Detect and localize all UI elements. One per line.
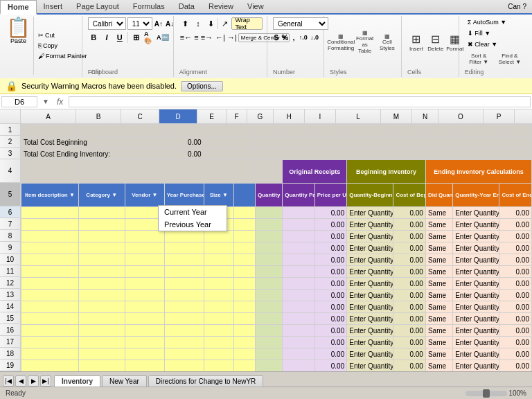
cell-D5[interactable]: Year Purchased ▼: [164, 184, 204, 207]
cell-M3[interactable]: [393, 148, 426, 160]
cell-L5[interactable]: Quantity-Beginning Year ▼: [347, 184, 393, 207]
find-select-button[interactable]: Find & Select ▼: [495, 51, 525, 67]
cell-H3[interactable]: [283, 148, 315, 160]
cell-B4[interactable]: [78, 160, 125, 184]
cell-E18[interactable]: [204, 348, 233, 360]
sheet-tab-directions[interactable]: Directions for Change to NewYR: [148, 375, 264, 387]
cell-P10[interactable]: 0.00: [499, 254, 532, 266]
cell-O1[interactable]: [453, 125, 499, 136]
cell-P8[interactable]: 0.00: [499, 231, 532, 242]
cell-E14[interactable]: [204, 301, 233, 313]
cell-O10[interactable]: Enter Quantity: [453, 254, 499, 266]
cell-H9[interactable]: [283, 242, 315, 254]
cell-O7[interactable]: Enter Quantity: [453, 219, 499, 231]
cell-H2[interactable]: [283, 136, 315, 148]
cell-E10[interactable]: [204, 254, 233, 266]
col-header-A[interactable]: A: [21, 109, 76, 123]
sheet-nav-last[interactable]: ▶|: [40, 375, 51, 387]
cell-A3[interactable]: Total Cost Ending Inventory:: [21, 148, 165, 160]
cell-I1[interactable]: [314, 125, 347, 136]
cell-A9[interactable]: [21, 242, 79, 254]
cell-B1[interactable]: [78, 125, 125, 136]
cell-G4[interactable]: [255, 160, 282, 184]
col-header-O[interactable]: O: [438, 109, 484, 123]
cell-A16[interactable]: [21, 325, 79, 337]
cell-O3[interactable]: [453, 148, 499, 160]
cell-G18[interactable]: [255, 348, 282, 360]
cell-O14[interactable]: Enter Quantity: [453, 301, 499, 313]
cell-A17[interactable]: [21, 337, 79, 348]
cell-F9[interactable]: [233, 242, 255, 254]
dec-increase-button[interactable]: ↑.0: [299, 31, 308, 44]
cell-E2[interactable]: [204, 136, 233, 148]
cell-B9[interactable]: [78, 242, 125, 254]
cell-O18[interactable]: Enter Quantity: [453, 348, 499, 360]
format-as-table-button[interactable]: ▦ Format as Table: [353, 28, 376, 56]
cell-L2[interactable]: [347, 136, 393, 148]
cell-I5[interactable]: Price per Unit ▼: [314, 184, 347, 207]
cell-O11[interactable]: Enter Quantity: [453, 266, 499, 278]
cell-B10[interactable]: [78, 254, 125, 266]
cell-A4[interactable]: [21, 160, 79, 184]
cell-L10[interactable]: Enter Quantity: [347, 254, 393, 266]
cell-G10[interactable]: [255, 254, 282, 266]
cell-D17[interactable]: [164, 337, 204, 348]
cell-A1[interactable]: [21, 125, 79, 136]
cell-H10[interactable]: [283, 254, 315, 266]
options-button[interactable]: Options...: [181, 81, 223, 91]
sheet-nav-first[interactable]: |◀: [3, 375, 14, 387]
format-painter-button[interactable]: 🖌 Format Painter: [35, 51, 90, 61]
cell-E3[interactable]: [204, 148, 233, 160]
cell-G3[interactable]: [255, 148, 282, 160]
cell-D18[interactable]: [164, 348, 204, 360]
col-header-I[interactable]: I: [305, 109, 336, 123]
cell-P6[interactable]: 0.00: [499, 207, 532, 219]
cell-F4[interactable]: [233, 160, 255, 184]
cell-M12[interactable]: 0.00: [393, 278, 426, 290]
font-name-select[interactable]: Calibri: [88, 17, 126, 30]
cell-H7[interactable]: [283, 219, 315, 231]
cell-N16[interactable]: Same: [425, 325, 452, 337]
cell-C4[interactable]: [125, 160, 164, 184]
cell-C11[interactable]: [125, 266, 164, 278]
dropdown-item-previous-year[interactable]: Previous Year: [159, 218, 227, 231]
cell-P15[interactable]: 0.00: [499, 313, 532, 325]
cell-H16[interactable]: [283, 325, 315, 337]
cell-O17[interactable]: Enter Quantity: [453, 337, 499, 348]
cell-P1[interactable]: [499, 125, 532, 136]
cell-M17[interactable]: 0.00: [393, 337, 426, 348]
cell-E13[interactable]: [204, 290, 233, 301]
cell-D13[interactable]: [164, 290, 204, 301]
cell-P5[interactable]: Cost of Ending Inventory ▼: [499, 184, 532, 207]
cell-O2[interactable]: [453, 136, 499, 148]
cell-N14[interactable]: Same: [425, 301, 452, 313]
cell-P18[interactable]: 0.00: [499, 348, 532, 360]
col-header-E[interactable]: E: [197, 109, 227, 123]
cell-M9[interactable]: 0.00: [393, 242, 426, 254]
align-top-button[interactable]: ⬆: [179, 17, 191, 30]
increase-indent-button[interactable]: →|: [227, 31, 238, 44]
sheet-tab-new-year[interactable]: New Year: [102, 375, 147, 387]
cell-N19[interactable]: Same: [425, 360, 452, 372]
sort-filter-button[interactable]: Sort & Filter ▼: [465, 51, 493, 67]
cell-D3[interactable]: 0.00: [164, 148, 204, 160]
cell-H4-header[interactable]: Original Receipts: [283, 160, 347, 184]
cell-N18[interactable]: Same: [425, 348, 452, 360]
cell-O16[interactable]: Enter Quantity: [453, 325, 499, 337]
cell-N7[interactable]: Same: [425, 219, 452, 231]
cell-E4[interactable]: [204, 160, 233, 184]
cell-A13[interactable]: [21, 290, 79, 301]
cell-E8[interactable]: [204, 231, 233, 242]
cell-N15[interactable]: Same: [425, 313, 452, 325]
cell-M10[interactable]: 0.00: [393, 254, 426, 266]
cell-A7[interactable]: [21, 219, 79, 231]
cell-M14[interactable]: 0.00: [393, 301, 426, 313]
cell-A5[interactable]: Item description ▼: [21, 184, 79, 207]
cell-L6[interactable]: Enter Quantity: [347, 207, 393, 219]
cell-L12[interactable]: Enter Quantity: [347, 278, 393, 290]
cell-H12[interactable]: [283, 278, 315, 290]
cell-N3[interactable]: [425, 148, 452, 160]
cell-I7[interactable]: 0.00: [314, 219, 347, 231]
shrink-font-button[interactable]: A↓: [165, 17, 175, 30]
col-header-P[interactable]: P: [484, 109, 515, 123]
